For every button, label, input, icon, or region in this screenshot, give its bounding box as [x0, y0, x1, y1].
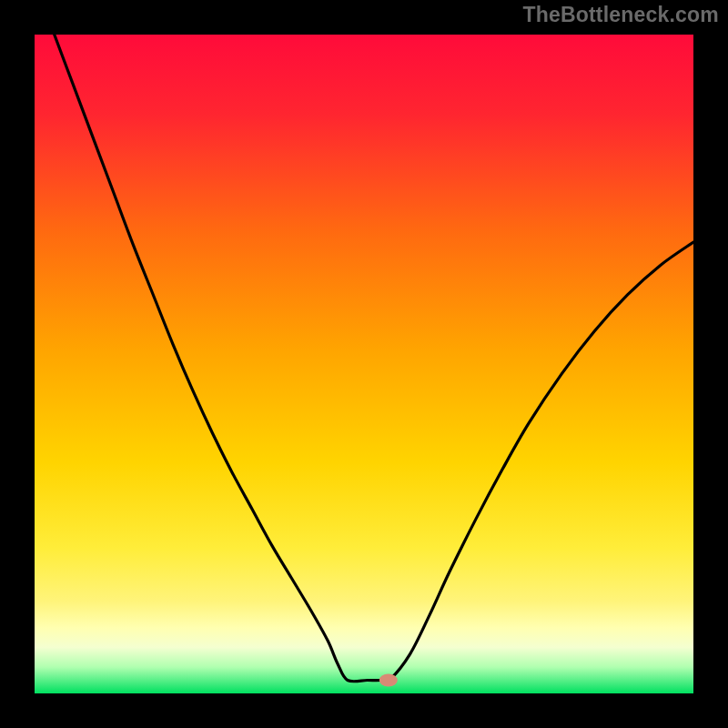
watermark-text: TheBottleneck.com — [522, 3, 719, 27]
curve-marker — [379, 674, 398, 687]
chart-container: TheBottleneck.com — [0, 0, 728, 728]
plot-background — [35, 35, 693, 693]
chart-svg — [0, 0, 728, 728]
